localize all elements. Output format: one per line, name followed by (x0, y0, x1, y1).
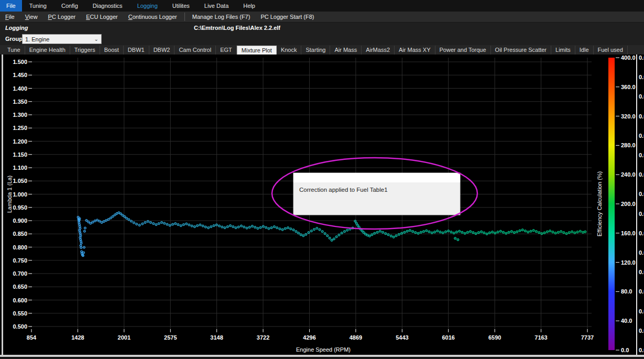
svg-text:0.600: 0.600 (13, 297, 27, 303)
group-dropdown[interactable]: 1. Engine ⌄ (22, 34, 102, 44)
svg-text:7737: 7737 (581, 334, 594, 341)
tab-triggers[interactable]: Triggers (70, 46, 100, 55)
tab-air-mass[interactable]: Air Mass (330, 46, 362, 55)
svg-text:1.400: 1.400 (13, 85, 27, 92)
svg-text:0.900: 0.900 (13, 217, 27, 224)
menu-item-utilites[interactable]: Utilites (165, 0, 197, 12)
menu-bar: FileTuningConfigDiagnosticsLoggingUtilit… (0, 0, 644, 12)
svg-text:0.0: 0.0 (639, 211, 644, 217)
svg-text:0.0: 0.0 (639, 328, 644, 334)
svg-text:1.350: 1.350 (13, 99, 27, 105)
svg-text:0.0: 0.0 (639, 133, 644, 139)
tab-limits[interactable]: Limits (551, 46, 575, 55)
svg-text:0.950: 0.950 (13, 204, 27, 211)
svg-text:4296: 4296 (303, 334, 315, 341)
svg-text:0.0: 0.0 (639, 191, 644, 197)
tab-fuel-used[interactable]: Fuel used (594, 46, 628, 55)
tab-dbw1[interactable]: DBW1 (124, 46, 149, 55)
tab-oil-pressure-scatter[interactable]: Oil Pressure Scatter (491, 46, 551, 55)
note-text: Correction applied to Fuel Table1 (299, 187, 388, 193)
menu-item-diagnostics[interactable]: Diagnostics (85, 0, 130, 12)
tab-boost[interactable]: Boost (100, 46, 124, 55)
mixture-plot-panel: 0.5000.5500.6000.6500.7000.7500.8000.850… (0, 55, 644, 357)
tab-mixture-plot[interactable]: Mixture Plot (237, 46, 277, 55)
group-row: Group: 1. Engine ⌄ (0, 34, 644, 45)
menu-item-help[interactable]: Help (236, 0, 263, 12)
log-file-path: C:\Emtron\Log Files\Alex 2.2.elf (194, 25, 280, 31)
y-axis-title: Lambda 1 (La) (6, 176, 13, 213)
svg-text:0.650: 0.650 (13, 284, 27, 290)
toolbar-item-continuous-logger[interactable]: Continuous Logger (123, 12, 182, 22)
svg-text:0.0: 0.0 (639, 269, 644, 275)
toolbar-item-file[interactable]: File (0, 12, 20, 22)
menu-item-tuning[interactable]: Tuning (22, 0, 54, 12)
svg-text:0.500: 0.500 (13, 323, 27, 330)
svg-text:120.0: 120.0 (621, 259, 636, 266)
svg-text:0.0: 0.0 (639, 308, 644, 314)
tab-tune[interactable]: Tune (3, 46, 25, 55)
svg-text:4869: 4869 (350, 334, 362, 341)
tab-power-and-torque[interactable]: Power and Torque (435, 46, 491, 55)
info-row: Logging C:\Emtron\Log Files\Alex 2.2.elf (0, 23, 644, 34)
svg-text:0.0: 0.0 (639, 171, 644, 178)
svg-text:0.550: 0.550 (13, 310, 27, 317)
svg-text:1.500: 1.500 (13, 59, 27, 65)
svg-text:80.0: 80.0 (621, 288, 632, 295)
tab-engine-health[interactable]: Engine Health (25, 46, 70, 55)
svg-text:0.0: 0.0 (639, 55, 644, 61)
svg-text:0.0: 0.0 (639, 93, 644, 100)
svg-text:0.0: 0.0 (639, 249, 644, 256)
panel-border-bottom (0, 355, 644, 357)
svg-text:5443: 5443 (396, 334, 408, 341)
svg-text:2001: 2001 (118, 334, 130, 341)
chevron-down-icon: ⌄ (94, 36, 99, 42)
tab-cam-control[interactable]: Cam Control (174, 46, 216, 55)
svg-text:1.100: 1.100 (13, 165, 27, 171)
svg-text:360.0: 360.0 (621, 84, 636, 90)
menu-item-logging[interactable]: Logging (130, 0, 165, 12)
x-axis-title: Engine Speed (RPM) (296, 346, 351, 353)
svg-text:160.0: 160.0 (621, 230, 636, 236)
emtron-app-window: FileTuningConfigDiagnosticsLoggingUtilit… (0, 0, 644, 359)
svg-text:1.450: 1.450 (13, 72, 27, 78)
svg-text:3148: 3148 (210, 334, 223, 341)
svg-text:1.250: 1.250 (13, 125, 27, 131)
svg-text:400.0: 400.0 (621, 55, 636, 61)
toolbar-item-ecu-logger[interactable]: ECU Logger (81, 12, 123, 22)
colorbar-title: Efficiency Calculation (%) (596, 171, 603, 237)
plot-tab-strip: TuneEngine HealthTriggersBoostDBW1DBW2Ca… (0, 45, 644, 55)
svg-text:0.0: 0.0 (639, 288, 644, 295)
tab-knock[interactable]: Knock (277, 46, 302, 55)
svg-text:854: 854 (27, 334, 37, 341)
toolbar-item-manage-log-files-f7[interactable]: Manage Log Files (F7) (187, 12, 256, 22)
tab-idle[interactable]: Idle (575, 46, 594, 55)
svg-text:1.300: 1.300 (13, 112, 27, 118)
svg-text:1.150: 1.150 (13, 151, 27, 158)
svg-text:0.0: 0.0 (621, 347, 629, 353)
toolbar-item-pc-logger-start-f8[interactable]: PC Logger Start (F8) (255, 12, 319, 22)
tab-airmass2[interactable]: AirMass2 (362, 46, 395, 55)
svg-text:1.050: 1.050 (13, 178, 27, 184)
toolbar-separator (184, 13, 185, 21)
group-dropdown-value: 1. Engine (25, 36, 49, 42)
svg-text:240.0: 240.0 (621, 171, 636, 178)
menu-item-config[interactable]: Config (54, 0, 85, 12)
svg-text:7163: 7163 (534, 334, 547, 341)
svg-text:2575: 2575 (164, 334, 177, 341)
menu-item-live-data[interactable]: Live Data (197, 0, 236, 12)
tab-egt[interactable]: EGT (216, 46, 237, 55)
tab-starting[interactable]: Starting (301, 46, 330, 55)
tab-air-mass-xy[interactable]: Air Mass XY (395, 46, 435, 55)
svg-text:1.200: 1.200 (13, 138, 27, 145)
svg-text:0.750: 0.750 (13, 257, 27, 264)
svg-text:320.0: 320.0 (621, 113, 636, 119)
svg-text:40.0: 40.0 (621, 318, 632, 324)
tab-dbw2[interactable]: DBW2 (149, 46, 175, 55)
toolbar-item-view[interactable]: View (20, 12, 43, 22)
svg-text:200.0: 200.0 (621, 201, 636, 207)
menu-item-file[interactable]: File (0, 0, 22, 12)
svg-text:0.0: 0.0 (639, 347, 644, 353)
svg-text:1428: 1428 (71, 334, 84, 341)
mixture-plot-canvas[interactable]: 0.5000.5500.6000.6500.7000.7500.8000.850… (0, 55, 644, 357)
toolbar-item-pc-logger[interactable]: PC Logger (43, 12, 81, 22)
